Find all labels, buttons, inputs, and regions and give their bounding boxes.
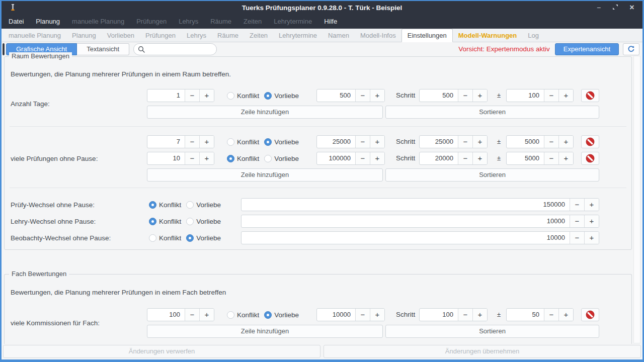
- konflikt-radio[interactable]: Konflikt: [227, 92, 259, 100]
- spin-minus-button[interactable]: −: [570, 232, 584, 244]
- weight-spinbox[interactable]: 150000 − +: [241, 198, 599, 211]
- spin-value[interactable]: 25000: [317, 136, 355, 148]
- konflikt-radio[interactable]: Konflikt: [227, 155, 259, 162]
- vorliebe-radio[interactable]: Vorliebe: [264, 92, 299, 100]
- spin-value[interactable]: 10: [147, 152, 185, 164]
- tab-modell-infos[interactable]: Modell-Infos: [355, 29, 401, 42]
- radio-icon[interactable]: [264, 155, 272, 162]
- tab-vorlieben[interactable]: Vorlieben: [102, 29, 140, 42]
- radio-icon[interactable]: [227, 138, 234, 146]
- sort-button[interactable]: Sortieren: [385, 106, 599, 119]
- spin-plus-button[interactable]: +: [558, 309, 573, 321]
- spin-plus-button[interactable]: +: [472, 89, 487, 102]
- spin-minus-button[interactable]: −: [355, 309, 370, 321]
- tab-zeiten[interactable]: Zeiten: [244, 29, 273, 42]
- expert-view-button[interactable]: Expertenansicht: [555, 43, 619, 55]
- weight-spinbox[interactable]: 10000 − +: [316, 308, 385, 321]
- tab-namen[interactable]: Namen: [323, 29, 355, 42]
- spin-value[interactable]: 500: [420, 89, 458, 102]
- spin-value[interactable]: 100: [507, 89, 544, 102]
- search-input[interactable]: [147, 45, 212, 53]
- schritt-spinbox[interactable]: 25000 − +: [419, 135, 488, 148]
- spin-value[interactable]: 20000: [420, 152, 458, 164]
- spin-plus-button[interactable]: +: [199, 152, 214, 164]
- radio-icon[interactable]: [186, 234, 194, 242]
- spin-minus-button[interactable]: −: [185, 309, 199, 321]
- spin-minus-button[interactable]: −: [355, 152, 370, 164]
- delta-spinbox[interactable]: 50 − +: [506, 308, 574, 321]
- tab-raeume[interactable]: Räume: [212, 29, 244, 42]
- spin-value[interactable]: 5000: [507, 152, 544, 164]
- spin-minus-button[interactable]: −: [458, 309, 472, 321]
- spin-plus-button[interactable]: +: [558, 89, 573, 102]
- radio-icon[interactable]: [264, 92, 272, 100]
- spin-value[interactable]: 150000: [242, 199, 570, 211]
- value-spinbox[interactable]: 100 − +: [147, 308, 214, 321]
- spin-plus-button[interactable]: +: [370, 136, 384, 148]
- radio-icon[interactable]: [149, 234, 156, 242]
- spin-plus-button[interactable]: +: [584, 232, 599, 244]
- value-spinbox[interactable]: 10 − +: [147, 152, 214, 165]
- tab-pruefungen[interactable]: Prüfungen: [140, 29, 181, 42]
- weight-spinbox[interactable]: 25000 − +: [316, 135, 385, 148]
- radio-icon[interactable]: [149, 218, 156, 225]
- spin-minus-button[interactable]: −: [185, 152, 199, 164]
- spin-minus-button[interactable]: −: [570, 199, 584, 211]
- radio-icon[interactable]: [264, 311, 272, 319]
- menu-hilfe[interactable]: Hilfe: [318, 14, 343, 29]
- text-view-toggle[interactable]: Textansicht: [77, 43, 129, 55]
- spin-plus-button[interactable]: +: [584, 199, 599, 211]
- disable-row-button[interactable]: [581, 308, 599, 321]
- spin-plus-button[interactable]: +: [472, 136, 487, 148]
- radio-icon[interactable]: [227, 311, 234, 319]
- weight-spinbox[interactable]: 100000 − +: [316, 152, 385, 165]
- vorliebe-radio[interactable]: Vorliebe: [264, 311, 299, 319]
- add-row-button[interactable]: Zeile hinzufügen: [147, 106, 383, 119]
- spin-minus-button[interactable]: −: [355, 136, 370, 148]
- spin-plus-button[interactable]: +: [558, 152, 573, 164]
- value-spinbox[interactable]: 7 − +: [147, 135, 214, 148]
- radio-icon[interactable]: [186, 201, 194, 209]
- add-row-button[interactable]: Zeile hinzufügen: [147, 325, 383, 338]
- spin-minus-button[interactable]: −: [570, 215, 584, 227]
- konflikt-radio[interactable]: Konflikt: [227, 138, 259, 146]
- vertical-scrollbar[interactable]: [633, 56, 640, 343]
- weight-spinbox[interactable]: 500 − +: [316, 89, 385, 102]
- spin-value[interactable]: 100: [147, 309, 185, 321]
- delta-spinbox[interactable]: 5000 − +: [506, 152, 574, 165]
- spin-plus-button[interactable]: +: [472, 309, 487, 321]
- weight-spinbox[interactable]: 10000 − +: [241, 231, 599, 244]
- toolbar-grip[interactable]: [3, 43, 5, 55]
- konflikt-radio[interactable]: Konflikt: [149, 218, 181, 225]
- spin-plus-button[interactable]: +: [558, 136, 573, 148]
- spin-value[interactable]: 10000: [317, 309, 355, 321]
- konflikt-radio[interactable]: Konflikt: [149, 234, 181, 242]
- reload-button[interactable]: [623, 43, 639, 55]
- spin-value[interactable]: 5000: [507, 136, 544, 148]
- delta-spinbox[interactable]: 100 − +: [506, 89, 574, 102]
- disable-row-button[interactable]: [581, 89, 599, 102]
- radio-icon[interactable]: [264, 138, 272, 146]
- value-spinbox[interactable]: 1 − +: [147, 89, 214, 102]
- spin-value[interactable]: 25000: [420, 136, 458, 148]
- spin-plus-button[interactable]: +: [370, 89, 384, 102]
- vorliebe-radio[interactable]: Vorliebe: [186, 234, 221, 242]
- delta-spinbox[interactable]: 5000 − +: [506, 135, 574, 148]
- spin-minus-button[interactable]: −: [458, 136, 472, 148]
- maximize-button[interactable]: [612, 4, 619, 11]
- vorliebe-radio[interactable]: Vorliebe: [186, 201, 221, 209]
- spin-value[interactable]: 10000: [242, 215, 570, 227]
- disable-row-button[interactable]: [581, 152, 599, 165]
- spin-minus-button[interactable]: −: [185, 136, 199, 148]
- spin-value[interactable]: 100000: [317, 152, 355, 164]
- tab-einstellungen[interactable]: Einstellungen: [401, 29, 453, 42]
- spin-value[interactable]: 50: [507, 309, 544, 321]
- spin-value[interactable]: 500: [317, 89, 355, 102]
- schritt-spinbox[interactable]: 500 − +: [419, 89, 488, 102]
- sort-button[interactable]: Sortieren: [385, 325, 599, 338]
- spin-plus-button[interactable]: +: [199, 136, 214, 148]
- add-row-button[interactable]: Zeile hinzufügen: [147, 168, 383, 182]
- spin-plus-button[interactable]: +: [472, 152, 487, 164]
- discard-changes-button[interactable]: Änderungen verwerfen: [3, 345, 320, 358]
- spin-minus-button[interactable]: −: [544, 152, 558, 164]
